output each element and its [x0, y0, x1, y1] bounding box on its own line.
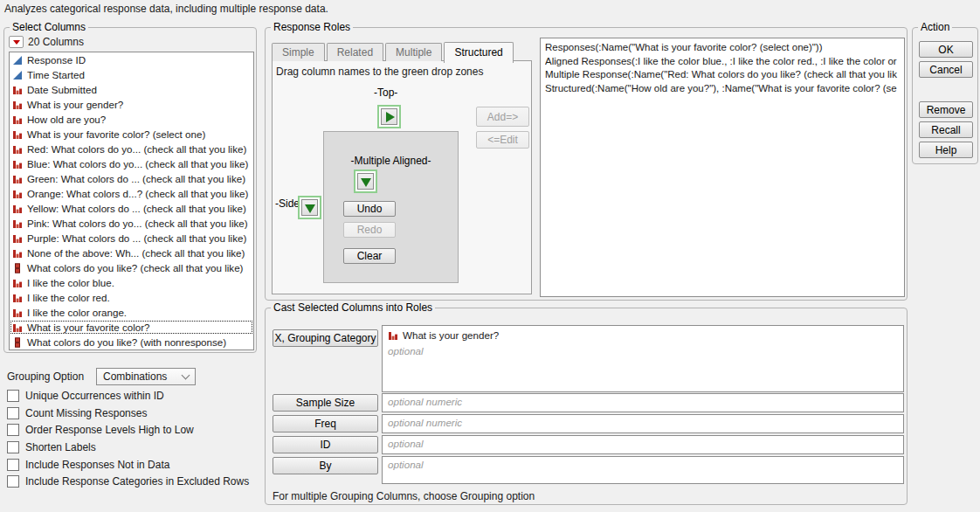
checkbox-label: Include Responses Not in Data — [25, 459, 169, 471]
by-box[interactable]: optional — [382, 456, 904, 484]
side-drop-zone-button[interactable] — [298, 196, 321, 219]
nominal-icon — [12, 308, 23, 318]
top-zone-label: -Top- — [374, 86, 397, 99]
action-title: Action — [918, 21, 952, 33]
nominal-icon — [12, 174, 23, 184]
grouping-option-select[interactable]: Combinations — [96, 368, 196, 385]
cast-roles-title: Cast Selected Columns into Roles — [271, 301, 435, 314]
column-label: Blue: What colors do yo... (check all th… — [27, 158, 248, 170]
by-placeholder: optional — [388, 459, 898, 470]
column-item[interactable]: Yellow: What colors do ... (check all th… — [10, 201, 253, 216]
red-triangle-menu-icon[interactable] — [9, 36, 24, 48]
sample-size-placeholder: optional numeric — [388, 396, 898, 407]
undo-button[interactable]: Undo — [343, 201, 396, 217]
redo-button[interactable]: Redo — [343, 222, 396, 238]
grouping-category-box[interactable]: What is your gender? optional — [382, 325, 904, 392]
dialog-description: Analyzes categorical response data, incl… — [4, 3, 328, 15]
top-drop-zone-button[interactable] — [377, 105, 401, 128]
checkbox-unchecked-icon[interactable] — [7, 475, 19, 488]
grouping-checkbox-row[interactable]: Shorten Labels — [7, 439, 249, 456]
multiple-response-icon — [12, 263, 23, 273]
sample-size-role-button[interactable]: Sample Size — [273, 394, 378, 412]
freq-box[interactable]: optional numeric — [382, 414, 904, 433]
column-item[interactable]: Time Started — [10, 67, 253, 82]
columns-menu[interactable]: 20 Columns — [9, 36, 84, 48]
grouping-checkbox-row[interactable]: Count Missing Responses — [7, 405, 249, 422]
remove-button[interactable]: Remove — [919, 101, 973, 118]
column-item[interactable]: Green: What colors do ... (check all tha… — [10, 171, 253, 186]
column-label: What colors do you like? (with nonrespon… — [27, 336, 226, 348]
checkbox-unchecked-icon[interactable] — [7, 424, 19, 436]
column-item[interactable]: Response ID — [10, 52, 253, 67]
response-script-box[interactable]: Responses(:Name("What is your favorite c… — [540, 38, 905, 297]
column-item[interactable]: How old are you? — [10, 112, 253, 127]
grouping-checkbox-row[interactable]: Include Response Categories in Excluded … — [7, 473, 249, 490]
tab-related[interactable]: Related — [327, 43, 383, 61]
column-label: I like the color blue. — [27, 277, 114, 288]
checkbox-unchecked-icon[interactable] — [7, 407, 19, 419]
id-box[interactable]: optional — [382, 435, 904, 454]
columns-list[interactable]: Response IDTime StartedDate SubmittedWha… — [9, 52, 254, 350]
column-item[interactable]: What is your favorite color? (select one… — [10, 127, 253, 142]
recall-button[interactable]: Recall — [919, 121, 973, 138]
column-item[interactable]: What colors do you like? (check all that… — [10, 260, 253, 275]
script-line: Structured(:Name("How old are you?"), :N… — [545, 82, 900, 96]
column-label: Green: What colors do ... (check all tha… — [27, 173, 245, 184]
by-role-button[interactable]: By — [273, 457, 378, 474]
column-item[interactable]: I like the color blue. — [10, 275, 253, 290]
nominal-icon — [12, 114, 23, 125]
grouping-category-placeholder: optional — [388, 345, 898, 356]
add-button[interactable]: Add=> — [476, 107, 529, 127]
grouping-category-role-button[interactable]: X, Grouping Category — [273, 329, 378, 347]
column-item[interactable]: None of the above: Wh... (check all that… — [10, 246, 253, 260]
column-item[interactable]: Purple: What colors do ... (check all th… — [10, 231, 253, 246]
grouping-checkboxes: Unique Occurrences within IDCount Missin… — [7, 387, 249, 490]
tab-structured[interactable]: Structured — [444, 42, 513, 63]
cancel-button[interactable]: Cancel — [919, 61, 973, 78]
checkbox-unchecked-icon[interactable] — [7, 390, 19, 402]
column-label: What colors do you like? (check all that… — [27, 262, 243, 273]
tab-simple[interactable]: Simple — [272, 43, 325, 61]
help-button[interactable]: Help — [919, 142, 973, 158]
select-columns-group: Select Columns 20 Columns Response IDTim… — [3, 27, 257, 353]
freq-role-button[interactable]: Freq — [273, 415, 378, 432]
checkbox-unchecked-icon[interactable] — [7, 441, 19, 453]
grouping-checkbox-row[interactable]: Unique Occurrences within ID — [7, 387, 249, 405]
nominal-icon — [12, 159, 23, 170]
continuous-icon — [12, 70, 23, 80]
checkbox-unchecked-icon[interactable] — [7, 459, 19, 471]
nominal-icon — [12, 322, 23, 333]
select-columns-title: Select Columns — [10, 21, 88, 33]
column-item[interactable]: Blue: What colors do yo... (check all th… — [10, 156, 253, 171]
column-item[interactable]: I like the color orange. — [10, 305, 253, 320]
sample-size-box[interactable]: optional numeric — [382, 393, 904, 412]
multiple-aligned-drop-zone-button[interactable] — [354, 170, 377, 193]
cast-footer-hint: For multiple Grouping Columns, choose Gr… — [273, 490, 535, 502]
clear-button[interactable]: Clear — [343, 248, 396, 264]
freq-placeholder: optional numeric — [388, 417, 898, 428]
column-item[interactable]: Date Submitted — [10, 82, 253, 97]
column-item[interactable]: Pink: What colors do yo... (check all th… — [10, 216, 253, 231]
nominal-icon — [12, 144, 23, 155]
chevron-down-icon — [182, 371, 190, 380]
column-item[interactable]: Orange: What colors d...? (check all tha… — [10, 186, 253, 201]
structured-drop-zone[interactable]: -Multiple Aligned- Undo Redo Clear — [323, 131, 459, 283]
tab-multiple[interactable]: Multiple — [385, 43, 442, 61]
grouping-category-item[interactable]: What is your gender? — [388, 328, 898, 342]
ok-button[interactable]: OK — [919, 41, 973, 58]
nominal-icon — [12, 233, 23, 244]
column-item[interactable]: What colors do you like? (with nonrespon… — [10, 335, 253, 349]
arrow-right-icon — [381, 108, 397, 125]
column-item[interactable]: What is your favorite color? — [10, 320, 253, 335]
grouping-checkbox-row[interactable]: Include Responses Not in Data — [7, 456, 249, 474]
id-role-button[interactable]: ID — [273, 436, 378, 453]
column-item[interactable]: I like the color red. — [10, 290, 253, 305]
grouping-checkbox-row[interactable]: Order Response Levels High to Low — [7, 421, 249, 439]
grouping-option-value: Combinations — [103, 370, 167, 383]
edit-button[interactable]: <=Edit — [476, 131, 529, 149]
nominal-icon — [12, 100, 23, 110]
column-label: I like the color red. — [27, 292, 110, 303]
column-label: Date Submitted — [27, 84, 97, 95]
column-item[interactable]: Red: What colors do yo... (check all tha… — [10, 142, 253, 156]
column-item[interactable]: What is your gender? — [10, 97, 253, 112]
